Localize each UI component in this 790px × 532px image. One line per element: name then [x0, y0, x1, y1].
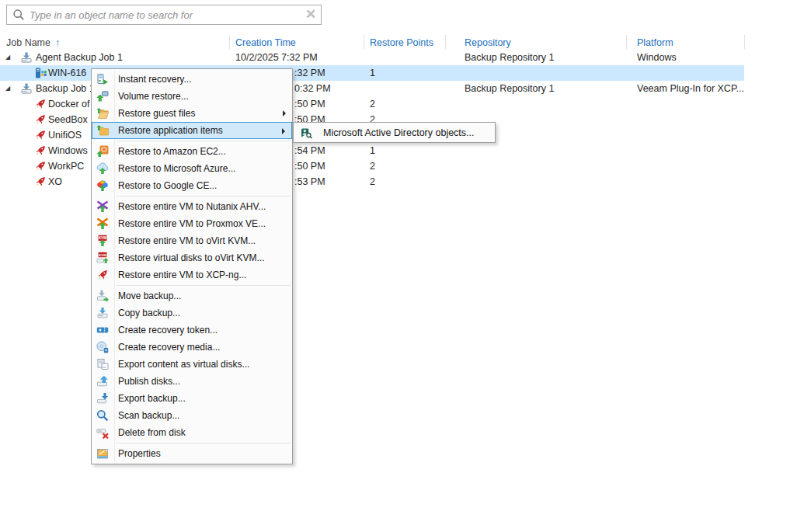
delete-from-disk-icon — [96, 426, 109, 439]
rocket-icon — [34, 160, 47, 172]
export-virtual-disks-icon — [96, 358, 109, 370]
search-box: ✕ — [6, 5, 322, 25]
repository-value: Backup Repository 1 — [465, 50, 554, 65]
job-name-label: WorkPC — [48, 158, 84, 174]
restore-points-value: 2 — [370, 174, 375, 190]
menu-item-properties[interactable]: Properties — [92, 445, 292, 462]
amazon-ec2-icon — [96, 145, 109, 158]
menu-item-restore-to-google-ce[interactable]: Restore to Google CE... — [92, 177, 292, 194]
job-name-label: UnifiOS — [48, 127, 82, 143]
menu-item-restore-entire-vm-to-xcp-ng[interactable]: Restore entire VM to XCP-ng... — [92, 266, 292, 283]
menu-item-label: Instant recovery... — [118, 74, 191, 85]
menu-item-restore-to-microsoft-azure[interactable]: Restore to Microsoft Azure... — [92, 160, 292, 177]
creation-time-value: :50 PM — [294, 96, 325, 112]
menu-item-label: Delete from disk — [118, 427, 186, 438]
svg-text:KVM: KVM — [99, 253, 106, 257]
column-header-restore-points[interactable]: Restore Points — [370, 36, 433, 50]
copy-backup-icon — [96, 307, 109, 319]
restore-points-value: 1 — [370, 65, 375, 81]
creation-time-value: :50 PM — [294, 158, 325, 174]
creation-time-value: 0:32 PM — [294, 81, 331, 96]
table-row[interactable]: ◢Agent Backup Job 110/2/2025 7:32 PMBack… — [0, 50, 744, 65]
restore-points-value: 2 — [370, 158, 375, 174]
menu-item-instant-recovery[interactable]: Instant recovery... — [92, 71, 292, 88]
menu-item-label: Scan backup... — [118, 410, 179, 421]
column-header-job-name[interactable]: Job Name↑ — [6, 36, 60, 50]
menu-item-restore-virtual-disks-to-ovirt-kvm[interactable]: KVMRestore virtual disks to oVirt KVM... — [92, 249, 292, 266]
search-input[interactable] — [28, 9, 301, 22]
platform-value: Veeam Plug-In for XCP... — [637, 81, 744, 96]
rocket-icon — [34, 98, 47, 110]
clear-search-icon[interactable]: ✕ — [301, 6, 321, 23]
job-name-label: Docker of — [48, 96, 90, 112]
menu-item-label: Export content as virtual disks... — [118, 359, 249, 370]
active-directory-icon — [300, 127, 312, 139]
job-name-label: SeedBox — [48, 112, 88, 127]
menu-item-label: Volume restore... — [118, 91, 189, 102]
instant-recovery-icon — [96, 73, 109, 85]
backup-job-icon — [20, 51, 33, 64]
job-name-label: Windows — [48, 143, 88, 158]
context-menu: Instant recovery...Volume restore...Rest… — [91, 68, 293, 464]
recovery-media-icon — [96, 341, 109, 353]
column-header-label: Job Name — [6, 37, 50, 48]
menu-item-restore-entire-vm-to-proxmox-ve[interactable]: Restore entire VM to Proxmox VE... — [92, 215, 292, 232]
menu-item-restore-entire-vm-to-nutanix-ahv[interactable]: Restore entire VM to Nutanix AHV... — [92, 198, 292, 215]
job-name-label: Agent Backup Job 1 — [36, 50, 123, 65]
column-separator — [445, 35, 446, 49]
menu-item-microsoft-active-directory-objects[interactable]: Microsoft Active Directory objects... — [294, 123, 495, 141]
menu-item-label: Move backup... — [118, 290, 181, 301]
column-separator — [229, 35, 230, 49]
menu-item-restore-entire-vm-to-ovirt-kvm[interactable]: KVMRestore entire VM to oVirt KVM... — [92, 232, 292, 249]
menu-item-export-backup[interactable]: Export backup... — [92, 390, 292, 407]
search-icon — [12, 9, 25, 21]
menu-item-label: Copy backup... — [118, 308, 180, 318]
menu-item-restore-application-items[interactable]: Restore application items — [92, 122, 292, 139]
menu-item-label: Restore entire VM to oVirt KVM... — [118, 235, 256, 246]
menu-item-export-content-as-virtual-disks[interactable]: Export content as virtual disks... — [92, 356, 292, 373]
menu-item-create-recovery-token[interactable]: Create recovery token... — [92, 322, 292, 339]
rocket-icon — [34, 113, 47, 126]
creation-time-value: 10/2/2025 7:32 PM — [235, 50, 318, 65]
menu-item-scan-backup[interactable]: Scan backup... — [92, 407, 292, 424]
menu-item-move-backup[interactable]: Move backup... — [92, 287, 292, 304]
menu-item-restore-to-amazon-ec2[interactable]: Restore to Amazon EC2... — [92, 143, 292, 160]
computer-icon — [34, 67, 47, 79]
creation-time-value: :54 PM — [294, 143, 325, 158]
volume-restore-icon — [96, 90, 109, 103]
ovirt-kvm-disks-icon: KVM — [96, 252, 109, 264]
restore-points-value: 2 — [370, 96, 375, 112]
menu-item-label: Restore entire VM to Proxmox VE... — [118, 218, 266, 229]
submenu-arrow-icon — [282, 128, 285, 134]
menu-item-restore-guest-files[interactable]: Restore guest files — [92, 105, 292, 122]
menu-item-delete-from-disk[interactable]: Delete from disk — [92, 424, 292, 441]
rocket-icon — [34, 129, 47, 141]
expand-collapse-icon[interactable]: ◢ — [3, 81, 12, 96]
column-header-repository[interactable]: Repository — [465, 36, 511, 50]
recovery-token-icon — [96, 324, 109, 336]
azure-icon — [96, 162, 109, 175]
publish-disks-icon — [96, 375, 109, 388]
menu-item-label: Properties — [118, 448, 161, 459]
sort-ascending-icon: ↑ — [55, 37, 61, 48]
job-name-label: WIN-616 — [48, 65, 86, 81]
menu-item-label: Restore guest files — [118, 108, 195, 119]
job-name-label: XO — [48, 174, 62, 190]
menu-item-label: Restore virtual disks to oVirt KVM... — [118, 252, 265, 263]
expand-collapse-icon[interactable]: ◢ — [3, 50, 12, 65]
menu-item-create-recovery-media[interactable]: Create recovery media... — [92, 339, 292, 356]
menu-item-volume-restore[interactable]: Volume restore... — [92, 88, 292, 105]
restore-points-value: 1 — [370, 143, 375, 158]
menu-item-label: Restore to Amazon EC2... — [118, 146, 226, 157]
column-header-creation-time[interactable]: Creation Time — [235, 36, 296, 50]
restore-application-items-icon — [96, 124, 109, 137]
rocket-icon — [34, 176, 47, 188]
column-header-platform[interactable]: Platform — [637, 36, 673, 50]
properties-icon — [96, 447, 109, 460]
menu-item-label: Create recovery media... — [118, 342, 220, 353]
menu-item-publish-disks[interactable]: Publish disks... — [92, 373, 292, 390]
restore-guest-files-icon — [96, 107, 109, 120]
menu-item-label: Restore to Microsoft Azure... — [118, 163, 235, 174]
menu-item-copy-backup[interactable]: Copy backup... — [92, 304, 292, 322]
xcp-ng-rocket-icon — [96, 269, 109, 281]
